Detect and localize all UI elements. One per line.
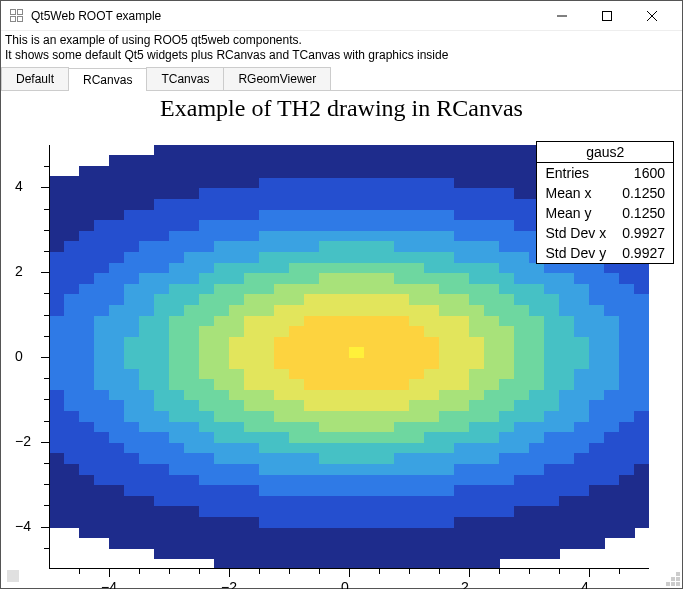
y-tick bbox=[41, 187, 49, 188]
tab-tcanvas[interactable]: TCanvas bbox=[146, 67, 224, 90]
stats-box[interactable]: gaus2 Entries1600 Mean x0.1250 Mean y0.1… bbox=[536, 141, 674, 264]
resize-grip[interactable] bbox=[666, 572, 680, 586]
maximize-button[interactable] bbox=[584, 1, 629, 31]
app-icon bbox=[9, 9, 23, 23]
stats-val: 0.9927 bbox=[622, 245, 665, 261]
x-tick bbox=[499, 569, 500, 574]
tab-default[interactable]: Default bbox=[1, 67, 69, 90]
y-tick bbox=[41, 527, 49, 528]
stats-key: Std Dev x bbox=[545, 225, 606, 241]
y-tick bbox=[44, 378, 49, 379]
x-tick bbox=[559, 569, 560, 574]
window-title: Qt5Web ROOT example bbox=[31, 9, 539, 23]
minimize-button[interactable] bbox=[539, 1, 584, 31]
y-tick bbox=[44, 484, 49, 485]
x-tick-label: 4 bbox=[581, 579, 589, 589]
y-tick bbox=[44, 166, 49, 167]
x-tick bbox=[289, 569, 290, 574]
y-tick-label: 4 bbox=[15, 178, 37, 194]
x-tick-label: −2 bbox=[221, 579, 237, 589]
y-tick bbox=[44, 463, 49, 464]
stats-row: Entries1600 bbox=[537, 163, 673, 183]
x-tick bbox=[259, 569, 260, 574]
y-tick bbox=[44, 336, 49, 337]
stats-row: Std Dev x0.9927 bbox=[537, 223, 673, 243]
stats-val: 0.1250 bbox=[622, 205, 665, 221]
y-tick-label: −4 bbox=[15, 518, 37, 534]
tab-bar: Default RCanvas TCanvas RGeomViewer bbox=[1, 67, 682, 91]
x-tick-label: 0 bbox=[341, 579, 349, 589]
tab-rgeomviewer[interactable]: RGeomViewer bbox=[223, 67, 331, 90]
status-indicator bbox=[7, 570, 19, 582]
y-tick-label: −2 bbox=[15, 433, 37, 449]
description-line1: This is an example of using ROO5 qt5web … bbox=[5, 33, 678, 48]
stats-val: 0.1250 bbox=[622, 185, 665, 201]
y-tick bbox=[44, 293, 49, 294]
y-tick bbox=[44, 209, 49, 210]
app-window: Qt5Web ROOT example This is an example o… bbox=[0, 0, 683, 589]
x-tick bbox=[469, 569, 470, 577]
y-tick bbox=[44, 230, 49, 231]
close-icon bbox=[647, 11, 657, 21]
x-tick bbox=[529, 569, 530, 574]
titlebar[interactable]: Qt5Web ROOT example bbox=[1, 1, 682, 31]
y-tick bbox=[44, 505, 49, 506]
y-tick-label: 0 bbox=[15, 348, 37, 364]
x-tick bbox=[619, 569, 620, 574]
x-tick bbox=[229, 569, 230, 577]
x-tick bbox=[319, 569, 320, 574]
x-tick bbox=[409, 569, 410, 574]
x-tick bbox=[109, 569, 110, 577]
y-tick bbox=[44, 315, 49, 316]
close-button[interactable] bbox=[629, 1, 674, 31]
y-tick bbox=[41, 442, 49, 443]
y-axis bbox=[49, 145, 50, 569]
description: This is an example of using ROO5 qt5web … bbox=[1, 31, 682, 65]
stats-key: Std Dev y bbox=[545, 245, 606, 261]
chart-title: Example of TH2 drawing in RCanvas bbox=[1, 95, 682, 122]
stats-row: Mean x0.1250 bbox=[537, 183, 673, 203]
stats-name: gaus2 bbox=[537, 142, 673, 163]
description-line2: It shows some default Qt5 widgets plus R… bbox=[5, 48, 678, 63]
y-tick-label: 2 bbox=[15, 263, 37, 279]
svg-rect-1 bbox=[602, 11, 611, 20]
minimize-icon bbox=[557, 11, 567, 21]
x-tick-label: 2 bbox=[461, 579, 469, 589]
stats-val: 0.9927 bbox=[622, 225, 665, 241]
y-tick bbox=[44, 548, 49, 549]
maximize-icon bbox=[602, 11, 612, 21]
stats-row: Std Dev y0.9927 bbox=[537, 243, 673, 263]
stats-row: Mean y0.1250 bbox=[537, 203, 673, 223]
stats-key: Entries bbox=[545, 165, 589, 181]
x-tick bbox=[439, 569, 440, 574]
x-tick bbox=[169, 569, 170, 574]
tab-rcanvas[interactable]: RCanvas bbox=[68, 68, 147, 91]
window-controls bbox=[539, 1, 674, 31]
x-tick bbox=[589, 569, 590, 577]
y-tick bbox=[44, 421, 49, 422]
canvas-area[interactable]: Example of TH2 drawing in RCanvas gaus2 … bbox=[1, 91, 682, 588]
stats-key: Mean y bbox=[545, 205, 591, 221]
x-tick-label: −4 bbox=[101, 579, 117, 589]
y-tick bbox=[44, 399, 49, 400]
x-tick bbox=[349, 569, 350, 577]
x-tick bbox=[139, 569, 140, 574]
y-tick bbox=[41, 357, 49, 358]
x-tick bbox=[379, 569, 380, 574]
y-tick bbox=[44, 251, 49, 252]
y-tick bbox=[41, 272, 49, 273]
stats-val: 1600 bbox=[634, 165, 665, 181]
stats-key: Mean x bbox=[545, 185, 591, 201]
x-tick bbox=[79, 569, 80, 574]
x-tick bbox=[199, 569, 200, 574]
